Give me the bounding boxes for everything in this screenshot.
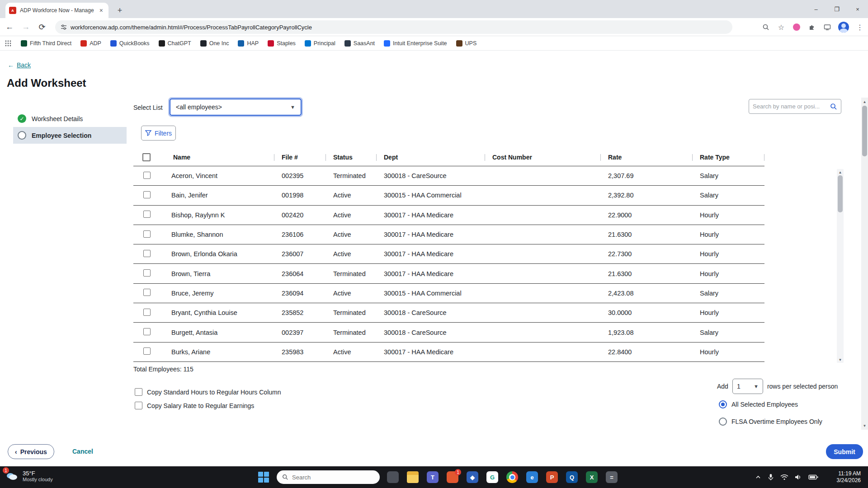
flsa-overtime-radio[interactable] [719,418,727,426]
table-row[interactable]: Bryant, Cynthia Louise 235852 Terminated… [133,303,764,323]
copy-salary-rate-option[interactable]: Copy Salary Rate to Regular Earnings [135,402,254,409]
wifi-icon[interactable] [780,474,788,480]
scroll-down-icon[interactable]: ▼ [837,357,844,363]
employee-search-input[interactable] [753,103,827,110]
bookmark-item[interactable]: HAP [238,40,259,47]
taskbar-search-box[interactable] [277,470,380,484]
copy-standard-hours-option[interactable]: Copy Standard Hours to Regular Hours Col… [135,388,281,396]
flsa-overtime-option[interactable]: FLSA Overtime Employees Only [719,418,822,426]
search-icon[interactable] [830,103,837,110]
row-checkbox[interactable] [143,347,151,355]
microphone-icon[interactable] [768,474,774,481]
all-selected-employees-option[interactable]: All Selected Employees [719,400,798,408]
step-worksheet-details[interactable]: ✓ Worksheet Details [13,110,127,127]
row-checkbox[interactable] [143,250,151,257]
page-scrollbar-thumb[interactable] [862,106,867,156]
table-scrollbar[interactable]: ▲ ▼ [837,169,844,363]
window-maximize-button[interactable]: ❐ [826,0,847,18]
alert-app-icon[interactable]: 1 [447,471,458,483]
powerpoint-icon[interactable]: P [546,471,558,483]
bookmark-item[interactable]: ADP [80,40,101,47]
bookmark-item[interactable]: QuickBooks [110,40,150,47]
teams-icon[interactable]: T [427,471,439,483]
table-row[interactable]: Burgett, Antasia 002397 Terminated 30001… [133,323,764,342]
step-employee-selection[interactable]: Employee Selection [13,127,127,144]
submit-button[interactable]: Submit [826,444,863,459]
file-explorer-icon[interactable] [407,471,419,483]
taskbar-clock[interactable]: 11:19 AM 3/24/2026 [837,470,861,484]
bookmark-item[interactable]: ChatGPT [159,40,191,47]
weather-widget[interactable]: 1 35°F Mostly cloudy [5,469,53,483]
forward-nav-icon[interactable]: → [19,20,33,34]
select-list-dropdown[interactable]: <all employees> ▼ [170,99,302,116]
row-checkbox[interactable] [143,230,151,238]
send-to-device-icon[interactable] [823,23,832,32]
battery-icon[interactable] [808,474,818,480]
row-checkbox[interactable] [143,289,151,296]
back-link[interactable]: ← Back [8,61,31,69]
column-header-dept[interactable]: Dept [377,149,485,166]
url-bar[interactable]: workforcenow.adp.com/theme/admin.html#/P… [55,20,732,34]
bookmark-item[interactable]: SaasAnt [344,40,375,47]
calculator-icon[interactable]: = [606,471,618,483]
quickbooks-icon[interactable]: Q [566,471,578,483]
tab-close-icon[interactable]: × [98,7,105,14]
table-row[interactable]: Bruce, Jeremy 236094 Active 300015 - HAA… [133,284,764,303]
rows-count-dropdown[interactable]: 1 ▼ [732,379,763,394]
bookmark-item[interactable]: UPS [456,40,477,47]
edge-icon[interactable]: e [526,471,538,483]
row-checkbox[interactable] [143,328,151,335]
column-header-cost-number[interactable]: Cost Number [485,149,601,166]
filters-button[interactable]: Filters [141,126,176,141]
excel-icon[interactable]: X [586,471,598,483]
copy-standard-hours-checkbox[interactable] [135,388,142,396]
hidden-icons-chevron-icon[interactable] [755,474,761,480]
row-checkbox[interactable] [143,269,151,277]
bookmark-star-icon[interactable]: ☆ [777,23,786,32]
new-tab-button[interactable]: + [114,5,126,16]
table-row[interactable]: Bishop, Raylynn K 002420 Active 300017 -… [133,206,764,225]
scroll-up-icon[interactable]: ▲ [837,169,844,175]
table-row[interactable]: Blumke, Shannon 236106 Active 300017 - H… [133,225,764,244]
bookmark-item[interactable]: Fifth Third Direct [21,40,71,47]
site-settings-icon[interactable] [61,24,67,30]
column-header-status[interactable]: Status [326,149,377,166]
row-checkbox[interactable] [143,309,151,316]
column-header-rate[interactable]: Rate [601,149,693,166]
row-checkbox[interactable] [143,211,151,218]
copy-salary-rate-checkbox[interactable] [135,402,142,409]
select-all-checkbox[interactable] [142,153,151,161]
back-nav-icon[interactable]: ← [3,20,16,34]
table-row[interactable]: Aceron, Vincent 002395 Terminated 300018… [133,166,764,186]
previous-button[interactable]: ‹ Previous [8,444,54,459]
table-row[interactable]: Brown, Tierra 236064 Terminated 300017 -… [133,264,764,283]
window-close-button[interactable]: × [847,0,868,18]
bookmark-item[interactable]: One Inc [200,40,229,47]
table-row[interactable]: Burks, Ariane 235983 Active 300017 - HAA… [133,343,764,362]
window-minimize-button[interactable]: – [806,0,826,18]
scroll-up-icon[interactable]: ▲ [861,99,868,105]
table-scrollbar-thumb[interactable] [838,175,843,212]
page-scrollbar[interactable]: ▲ ▼ [861,98,868,430]
refresh-icon[interactable]: ⟳ [35,20,49,34]
extensions-puzzle-icon[interactable] [807,23,816,32]
table-row[interactable]: Bain, Jenifer 001998 Active 300015 - HAA… [133,186,764,205]
bookmark-item[interactable]: Principal [305,40,335,47]
table-row[interactable]: Brown, Erlonda Okaria 236007 Active 3000… [133,244,764,264]
desktop-window-icon[interactable] [387,471,399,483]
browser-menu-icon[interactable]: ⋮ [855,23,864,32]
windows-start-button[interactable] [258,471,269,483]
column-header-name[interactable]: Name [166,149,274,166]
grammarly-icon[interactable]: G [486,471,498,483]
row-checkbox[interactable] [143,172,151,179]
chrome-icon[interactable] [506,471,518,483]
column-header-rate-type[interactable]: Rate Type [693,149,764,166]
all-selected-employees-radio[interactable] [719,400,727,408]
browser-tab[interactable]: A ADP Workforce Now - Manage × [5,3,108,18]
column-header-file[interactable]: File # [274,149,326,166]
row-checkbox[interactable] [143,191,151,198]
cancel-link[interactable]: Cancel [72,448,93,455]
photos-icon[interactable]: ◆ [467,471,478,483]
scroll-down-icon[interactable]: ▼ [861,422,868,429]
apps-grid-icon[interactable] [5,40,12,47]
